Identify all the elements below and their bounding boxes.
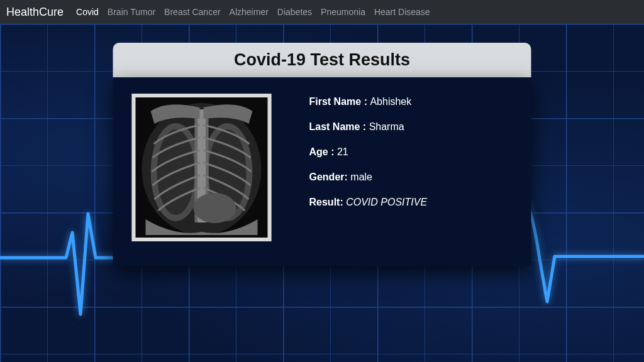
- age-label: Age :: [309, 146, 337, 157]
- age-row: Age : 21: [309, 146, 428, 158]
- last-name-value: Sharma: [369, 121, 404, 132]
- gender-value: male: [350, 172, 372, 182]
- gender-row: Gender: male: [309, 172, 428, 183]
- first-name-row: First Name : Abhishek: [309, 96, 428, 107]
- result-value: COVID POSITIVE: [346, 197, 427, 207]
- gender-label: Gender:: [309, 172, 351, 182]
- first-name-label: First Name :: [309, 96, 370, 107]
- brand-link[interactable]: HealthCure: [6, 6, 64, 19]
- card-title: Covid-19 Test Results: [113, 43, 531, 77]
- result-card: Covid-19 Test Results: [113, 43, 531, 266]
- patient-details: First Name : Abhishek Last Name : Sharma…: [309, 94, 428, 247]
- nav-items: Covid Brain Tumor Breast Cancer Alzheime…: [76, 7, 430, 17]
- xray-image: [132, 94, 272, 241]
- nav-item-brain-tumor[interactable]: Brain Tumor: [108, 7, 155, 17]
- result-label: Result:: [309, 197, 347, 207]
- result-row: Result: COVID POSITIVE: [309, 197, 428, 208]
- nav-item-covid[interactable]: Covid: [76, 7, 99, 17]
- nav-item-heart-disease[interactable]: Heart Disease: [374, 7, 430, 17]
- last-name-label: Last Name :: [309, 121, 369, 132]
- navbar: HealthCure Covid Brain Tumor Breast Canc…: [0, 0, 644, 24]
- svg-point-10: [194, 193, 236, 223]
- nav-item-breast-cancer[interactable]: Breast Cancer: [164, 7, 220, 17]
- nav-item-diabetes[interactable]: Diabetes: [277, 7, 312, 17]
- first-name-value: Abhishek: [370, 96, 411, 107]
- card-body: First Name : Abhishek Last Name : Sharma…: [113, 77, 531, 266]
- age-value: 21: [337, 146, 348, 157]
- nav-item-alzheimer[interactable]: Alzheimer: [230, 7, 269, 17]
- nav-item-pneumonia[interactable]: Pneumonia: [321, 7, 365, 17]
- last-name-row: Last Name : Sharma: [309, 121, 428, 133]
